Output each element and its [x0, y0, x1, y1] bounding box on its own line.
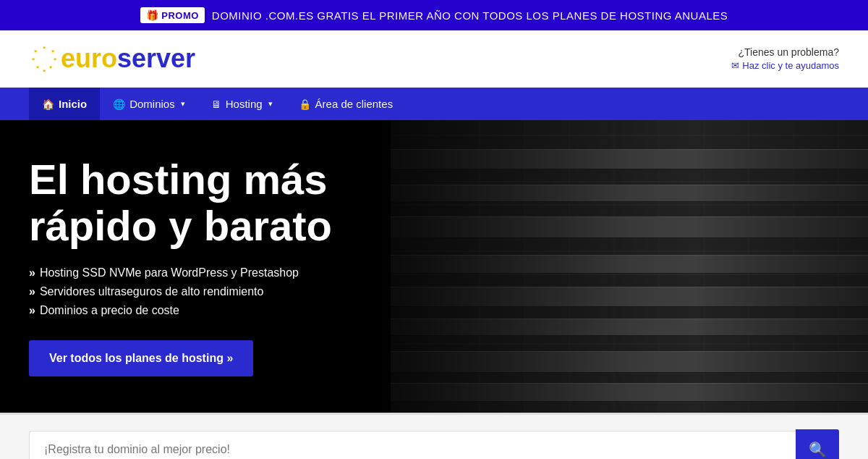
server-icon: 🖥	[211, 98, 221, 110]
navbar: 🏠 Inicio 🌐 Dominios ▾ 🖥 Hosting ▾ 🔒 Área…	[0, 88, 868, 120]
svg-text:★: ★	[42, 68, 46, 73]
promo-text: DOMINIO .COM.ES GRATIS EL PRIMER AÑO CON…	[212, 9, 728, 22]
logo-text: euroserver	[61, 43, 195, 74]
nav-label-hosting: Hosting	[226, 98, 263, 110]
nav-label-inicio: Inicio	[59, 98, 87, 110]
gift-icon: 🎁	[146, 9, 159, 21]
help-question: ¿Tienes un problema?	[731, 46, 839, 58]
chevron-down-icon-dominios: ▾	[181, 99, 185, 109]
home-icon: 🏠	[42, 98, 54, 110]
chevron-down-icon-hosting: ▾	[268, 99, 273, 109]
svg-text:★: ★	[35, 64, 40, 70]
svg-text:★: ★	[48, 64, 53, 70]
promo-badge-label: PROMO	[161, 10, 199, 21]
hero-feature-1: Hosting SSD NVMe para WordPress y Presta…	[29, 266, 405, 279]
domain-search-button[interactable]: 🔍	[796, 429, 839, 459]
domain-search-section: 🔍	[0, 413, 868, 459]
hero-title: El hosting más rápido y barato	[29, 156, 405, 249]
logo-star-circle: ★ ★ ★ ★ ★ ★ ★ ★	[29, 43, 59, 74]
contact-link[interactable]: ✉ Haz clic y te ayudamos	[731, 60, 839, 71]
logo-eu-text: euro	[61, 43, 117, 73]
hero-feature-3: Dominios a precio de coste	[29, 304, 405, 317]
svg-text:★: ★	[31, 56, 35, 62]
hero-cta-button[interactable]: Ver todos los planes de hosting »	[29, 340, 253, 376]
promo-badge: 🎁 PROMO	[140, 7, 205, 23]
logo[interactable]: ★ ★ ★ ★ ★ ★ ★ ★ euroserver	[29, 43, 195, 74]
promo-bar: 🎁 PROMO DOMINIO .COM.ES GRATIS EL PRIMER…	[0, 0, 868, 30]
contact-label: Haz clic y te ayudamos	[742, 60, 839, 71]
lock-icon: 🔒	[299, 98, 311, 110]
logo-eu-flag-icon: ★ ★ ★ ★ ★ ★ ★ ★	[29, 43, 59, 74]
nav-item-inicio[interactable]: 🏠 Inicio	[29, 88, 100, 120]
svg-text:★: ★	[51, 49, 55, 54]
search-icon: 🔍	[809, 441, 827, 458]
hero-features: Hosting SSD NVMe para WordPress y Presta…	[29, 266, 405, 317]
domain-search-input[interactable]	[29, 431, 796, 459]
logo-server-text: server	[117, 43, 195, 73]
svg-text:★: ★	[42, 45, 46, 50]
hero-content: El hosting más rápido y barato Hosting S…	[0, 120, 434, 413]
globe-icon: 🌐	[113, 98, 125, 110]
nav-label-area: Área de clientes	[315, 98, 393, 110]
nav-item-dominios[interactable]: 🌐 Dominios ▾	[100, 88, 198, 120]
svg-text:★: ★	[33, 49, 38, 54]
nav-item-area-clientes[interactable]: 🔒 Área de clientes	[286, 88, 407, 120]
header: ★ ★ ★ ★ ★ ★ ★ ★ euroserver ¿Tienes un pr…	[0, 30, 868, 88]
hero-section: El hosting más rápido y barato Hosting S…	[0, 120, 868, 413]
nav-label-dominios: Dominios	[129, 98, 175, 110]
header-right: ¿Tienes un problema? ✉ Haz clic y te ayu…	[731, 46, 839, 71]
hero-feature-2: Servidores ultraseguros de alto rendimie…	[29, 285, 405, 298]
svg-text:★: ★	[53, 56, 57, 62]
nav-item-hosting[interactable]: 🖥 Hosting ▾	[198, 88, 286, 120]
mail-icon: ✉	[731, 60, 739, 71]
